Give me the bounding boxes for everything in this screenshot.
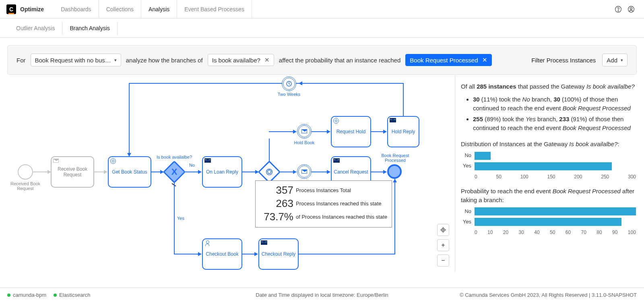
end-event-book-request-processed[interactable] xyxy=(387,164,402,179)
nav-analysis[interactable]: Analysis xyxy=(141,0,177,19)
task-receive-book-request[interactable]: Receive Book Request xyxy=(51,156,94,188)
task-label: On Loan Reply xyxy=(206,169,238,175)
analysis-subtabs: Outlier Analysis Branch Analysis xyxy=(0,19,644,38)
tooltip-total-value: 357 xyxy=(260,184,293,197)
distribution-chart: No Yes 050100150200250300 xyxy=(461,152,636,180)
event-hold-book[interactable] xyxy=(297,124,312,139)
task-label: Request Hold xyxy=(336,129,366,134)
svg-point-8 xyxy=(443,230,444,230)
end-event-pill-label: Book Request Processed xyxy=(410,57,478,64)
tab-branch-analysis[interactable]: Branch Analysis xyxy=(62,22,118,35)
probability-chart: No Yes 0102030405060708090100 xyxy=(461,207,636,236)
person-icon xyxy=(204,240,210,247)
gear-icon xyxy=(333,118,339,125)
status-bar: camunda-bpm Elasticsearch Date and Time … xyxy=(0,288,644,302)
event-cancel-message[interactable] xyxy=(297,164,312,179)
task-get-book-status[interactable]: Get Book Status xyxy=(108,156,151,188)
task-on-loan-reply[interactable]: On Loan Reply xyxy=(202,156,242,188)
task-label: Hold Reply xyxy=(392,129,415,134)
task-label: Receive Book Request xyxy=(53,166,92,178)
close-icon[interactable]: ✕ xyxy=(482,56,487,64)
top-bar: C Optimize Dashboards Collections Analys… xyxy=(0,0,644,19)
nav-event-based-processes[interactable]: Event Based Processes xyxy=(177,0,252,19)
close-icon[interactable]: ✕ xyxy=(264,56,270,64)
fit-viewport-button[interactable] xyxy=(437,224,449,236)
envelope-filled-icon xyxy=(261,240,267,246)
chart-bar xyxy=(475,218,621,226)
zoom-controls: + − xyxy=(437,224,449,267)
main-area: Received Book Request Receive Book Reque… xyxy=(0,75,644,272)
app-name: Optimize xyxy=(20,6,44,12)
query-text-1: analyze how the branches of xyxy=(126,57,203,64)
event-two-weeks-label: Two Weeks xyxy=(277,92,301,97)
tab-outlier-analysis[interactable]: Outlier Analysis xyxy=(16,22,62,35)
user-icon[interactable] xyxy=(625,3,638,16)
task-checkout-reply[interactable]: Checkout Reply xyxy=(258,238,299,270)
zoom-in-button[interactable]: + xyxy=(437,239,449,251)
tooltip-pct-value: 73.7% xyxy=(260,211,293,223)
service-status: camunda-bpm xyxy=(7,292,46,298)
gateway-pill[interactable]: Is book availalbe? ✕ xyxy=(208,54,274,66)
task-label: Cancel Request xyxy=(334,169,368,175)
process-select[interactable]: Book Request with no bus… ▾ xyxy=(31,54,121,66)
tooltip-reached-value: 263 xyxy=(260,197,293,210)
filter-label: Filter Process Instances xyxy=(531,57,596,64)
chevron-down-icon: ▾ xyxy=(114,58,117,63)
node-statistics-tooltip: 357Process Instances Total 263Process In… xyxy=(255,180,392,228)
bpmn-canvas[interactable]: Received Book Request Receive Book Reque… xyxy=(0,75,455,272)
start-event[interactable] xyxy=(18,164,33,180)
app-logo: C xyxy=(6,4,16,14)
envelope-filled-icon xyxy=(390,118,396,124)
summary-line: Of all 285 instances that passed the Gat… xyxy=(461,82,636,91)
for-label: For xyxy=(17,57,26,64)
gateway-event-based[interactable] xyxy=(258,161,280,183)
gateway-is-book-available[interactable]: X xyxy=(163,161,185,183)
task-hold-reply[interactable]: Hold Reply xyxy=(387,116,419,147)
chart-cat-label: No xyxy=(461,152,471,159)
end-event-label: Book Request Processed xyxy=(380,153,411,163)
chart-bar xyxy=(475,207,636,215)
svg-point-1 xyxy=(618,10,618,11)
gear-icon xyxy=(110,158,116,165)
chart-axis: 050100150200250300 xyxy=(475,173,636,180)
tooltip-total-text: Process Instances Total xyxy=(296,187,351,193)
svg-point-3 xyxy=(630,7,632,9)
event-hold-book-label: Hold Book xyxy=(292,140,316,145)
chevron-down-icon: ▾ xyxy=(621,58,623,63)
zoom-out-button[interactable]: − xyxy=(437,254,449,267)
query-text-2: affect the probability that an instance … xyxy=(279,57,400,64)
copyright: © Camunda Services GmbH 2023, All Rights… xyxy=(460,292,637,298)
envelope-icon xyxy=(301,168,307,175)
primary-nav: Dashboards Collections Analysis Event Ba… xyxy=(54,0,252,19)
distribution-title: Distribution of Instances at the Gateway… xyxy=(461,140,636,149)
svg-marker-5 xyxy=(267,170,271,174)
timezone-note: Date and Time displayed in local timezon… xyxy=(256,292,388,298)
envelope-filled-icon xyxy=(204,158,211,164)
add-filter-button[interactable]: Add ▾ xyxy=(602,54,627,66)
chart-cat-label: Yes xyxy=(461,162,471,170)
task-request-hold[interactable]: Request Hold xyxy=(331,116,371,147)
chart-axis: 0102030405060708090100 xyxy=(475,228,636,236)
chart-cat-label: Yes xyxy=(461,218,471,226)
add-filter-label: Add xyxy=(607,57,617,64)
start-event-label: Received Book Request xyxy=(9,181,42,191)
no-label: No xyxy=(189,163,195,168)
envelope-icon xyxy=(53,158,59,164)
end-event-pill[interactable]: Book Request Processed ✕ xyxy=(405,54,491,66)
task-label: Checkout Book xyxy=(206,251,238,257)
results-panel: Of all 285 instances that passed the Gat… xyxy=(455,75,644,272)
chart-cat-label: No xyxy=(461,208,471,215)
task-label: Get Book Status xyxy=(112,169,147,175)
nav-dashboards[interactable]: Dashboards xyxy=(54,0,99,19)
summary-bullet-yes: 255 (89%) took the Yes branch, 233 (91%)… xyxy=(473,115,636,132)
help-icon[interactable] xyxy=(612,3,625,16)
tooltip-reached-text: Process Instances reached this state xyxy=(296,201,381,207)
event-two-weeks[interactable] xyxy=(282,77,296,91)
nav-collections[interactable]: Collections xyxy=(99,0,141,19)
envelope-filled-icon xyxy=(333,158,340,164)
task-checkout-book[interactable]: Checkout Book xyxy=(202,238,242,270)
chart-bar xyxy=(475,152,491,160)
gateway-pill-label: Is book availalbe? xyxy=(212,57,260,64)
probability-title: Probability to reach the end event Book … xyxy=(461,187,636,205)
envelope-icon xyxy=(301,128,307,134)
